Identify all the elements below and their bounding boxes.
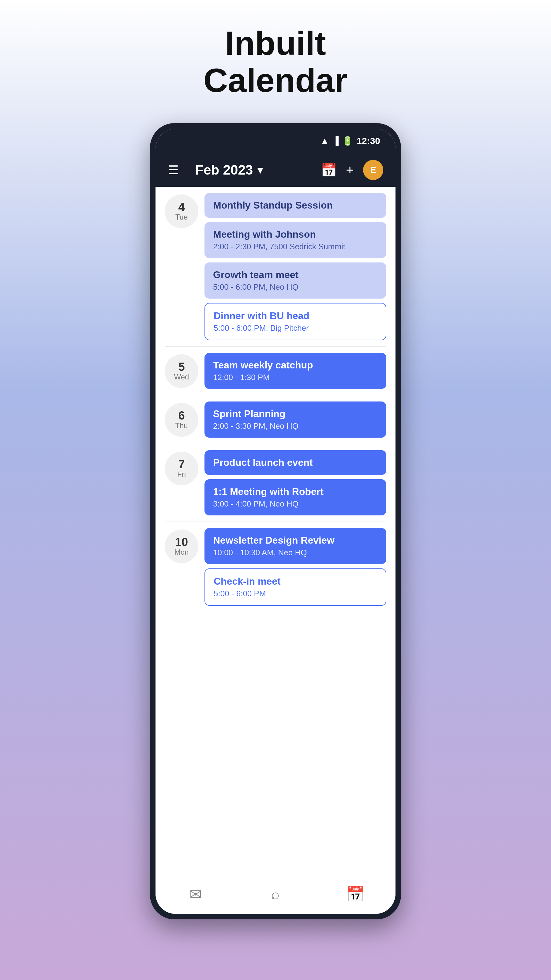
nav-calendar[interactable]: 📅 (337, 882, 374, 907)
event-detail: 2:00 - 3:30 PM, Neo HQ (213, 422, 378, 431)
battery-icon: 🔋 (342, 136, 353, 146)
bottom-nav: ✉ ⌕ 📅 (156, 874, 395, 914)
status-bar: ▲ ▐ 🔋 12:30 (156, 129, 395, 153)
day-events-5: Team weekly catchup 12:00 - 1:30 PM (205, 353, 386, 389)
day-badge-4: 4 Tue (165, 194, 198, 228)
event-checkin-meet[interactable]: Check-in meet 5:00 - 6:00 PM (205, 568, 386, 606)
calendar-nav-icon: 📅 (346, 886, 365, 903)
divider (165, 395, 386, 395)
day-group-10: 10 Mon Newsletter Design Review 10:00 - … (165, 528, 386, 606)
event-title: Meeting with Johnson (213, 229, 378, 240)
phone-screen: ▲ ▐ 🔋 12:30 ☰ Feb 2023 ▾ 📅 + E (156, 129, 395, 914)
divider (165, 444, 386, 444)
event-detail: 3:00 - 4:00 PM, Neo HQ (213, 499, 378, 509)
event-dinner-bu[interactable]: Dinner with BU head 5:00 - 6:00 PM, Big … (205, 303, 386, 340)
event-monthly-standup[interactable]: Monthly Standup Session (205, 193, 386, 218)
event-title: Team weekly catchup (213, 360, 378, 371)
menu-icon[interactable]: ☰ (168, 163, 186, 177)
day-name-5: Wed (174, 373, 189, 381)
day-number-5: 5 (178, 361, 184, 373)
mail-icon: ✉ (189, 886, 202, 903)
event-title: Monthly Standup Session (213, 200, 378, 211)
event-detail: 5:00 - 6:00 PM (214, 589, 377, 598)
day-number-6: 6 (178, 410, 184, 422)
avatar[interactable]: E (363, 160, 383, 180)
day-number-7: 7 (178, 458, 184, 470)
day-group-4: 4 Tue Monthly Standup Session Meeting wi… (165, 193, 386, 340)
day-events-7: Product launch event 1:1 Meeting with Ro… (205, 450, 386, 515)
status-time: 12:30 (357, 136, 380, 146)
event-meeting-johnson[interactable]: Meeting with Johnson 2:00 - 2:30 PM, 750… (205, 222, 386, 258)
day-name-4: Tue (175, 213, 187, 221)
event-title: 1:1 Meeting with Robert (213, 486, 378, 497)
page-title: Inbuilt Calendar (203, 24, 348, 99)
divider (165, 346, 386, 347)
event-growth-team[interactable]: Growth team meet 5:00 - 6:00 PM, Neo HQ (205, 262, 386, 299)
day-badge-10: 10 Mon (165, 530, 198, 563)
calendar-view-icon[interactable]: 📅 (321, 162, 337, 178)
event-11-robert[interactable]: 1:1 Meeting with Robert 3:00 - 4:00 PM, … (205, 479, 386, 515)
event-title: Product launch event (213, 457, 378, 468)
app-header: ☰ Feb 2023 ▾ 📅 + E (156, 153, 395, 187)
search-icon: ⌕ (271, 886, 280, 902)
day-number-10: 10 (175, 536, 188, 548)
day-badge-7: 7 Fri (165, 452, 198, 485)
day-name-7: Fri (177, 470, 186, 479)
day-name-10: Mon (175, 548, 189, 557)
day-group-7: 7 Fri Product launch event 1:1 Meeting w… (165, 450, 386, 515)
event-detail: 2:00 - 2:30 PM, 7500 Sedrick Summit (213, 242, 378, 251)
day-badge-5: 5 Wed (165, 354, 198, 388)
chevron-down-icon[interactable]: ▾ (257, 164, 263, 176)
event-newsletter-design[interactable]: Newsletter Design Review 10:00 - 10:30 A… (205, 528, 386, 564)
day-group-6: 6 Thu Sprint Planning 2:00 - 3:30 PM, Ne… (165, 401, 386, 438)
add-event-button[interactable]: + (346, 162, 354, 178)
divider (165, 522, 386, 522)
event-detail: 5:00 - 6:00 PM, Big Pitcher (214, 323, 377, 333)
calendar-scroll-area[interactable]: 4 Tue Monthly Standup Session Meeting wi… (156, 187, 395, 874)
nav-mail[interactable]: ✉ (177, 882, 214, 907)
day-number-4: 4 (178, 201, 184, 213)
event-title: Growth team meet (213, 269, 378, 280)
day-group-5: 5 Wed Team weekly catchup 12:00 - 1:30 P… (165, 353, 386, 389)
month-year-label: Feb 2023 (195, 162, 253, 178)
event-sprint-planning[interactable]: Sprint Planning 2:00 - 3:30 PM, Neo HQ (205, 401, 386, 438)
day-name-6: Thu (175, 422, 187, 430)
event-title: Sprint Planning (213, 408, 378, 420)
header-actions: 📅 + E (321, 160, 383, 180)
event-title: Newsletter Design Review (213, 535, 378, 546)
day-events-10: Newsletter Design Review 10:00 - 10:30 A… (205, 528, 386, 606)
avatar-letter: E (370, 165, 376, 175)
event-title: Check-in meet (214, 576, 377, 587)
event-team-catchup[interactable]: Team weekly catchup 12:00 - 1:30 PM (205, 353, 386, 389)
day-badge-6: 6 Thu (165, 403, 198, 437)
header-title: Feb 2023 ▾ (195, 162, 315, 178)
phone-frame: ▲ ▐ 🔋 12:30 ☰ Feb 2023 ▾ 📅 + E (150, 123, 401, 920)
day-events-6: Sprint Planning 2:00 - 3:30 PM, Neo HQ (205, 401, 386, 438)
day-events-4: Monthly Standup Session Meeting with Joh… (205, 193, 386, 340)
event-detail: 10:00 - 10:30 AM, Neo HQ (213, 548, 378, 557)
event-product-launch[interactable]: Product launch event (205, 450, 386, 475)
nav-search[interactable]: ⌕ (257, 882, 294, 907)
event-detail: 12:00 - 1:30 PM (213, 373, 378, 382)
wifi-icon: ▲ (321, 136, 329, 146)
event-title: Dinner with BU head (214, 310, 377, 321)
event-detail: 5:00 - 6:00 PM, Neo HQ (213, 282, 378, 292)
signal-icon: ▐ (332, 136, 338, 146)
